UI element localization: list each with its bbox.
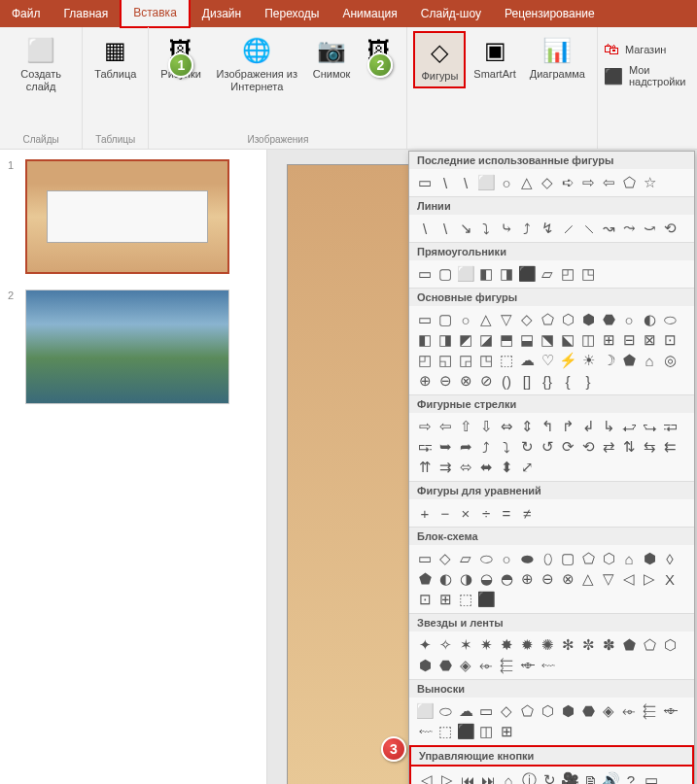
shape-icon[interactable]: ⊘ (476, 371, 496, 391)
shape-icon[interactable]: ⊡ (660, 330, 680, 350)
shape-icon[interactable]: ⤷ (497, 219, 516, 238)
shape-icon[interactable]: ☀ (578, 351, 598, 370)
shape-icon[interactable]: ➥ (436, 437, 455, 457)
shape-icon[interactable]: ⬡ (558, 310, 577, 329)
shape-icon[interactable]: ◳ (578, 264, 598, 284)
shape-icon[interactable]: ⬛ (476, 590, 496, 609)
shape-icon[interactable]: ▭ (476, 701, 496, 721)
shape-icon[interactable]: ⇉ (436, 458, 455, 477)
shape-icon[interactable]: ⇨ (415, 417, 435, 436)
shape-icon[interactable]: ⬯ (538, 549, 557, 568)
menu-insert[interactable]: Вставка (120, 0, 191, 28)
shape-icon[interactable]: ⚡ (558, 351, 577, 370)
menu-slideshow[interactable]: Слайд-шоу (409, 0, 493, 27)
menu-file[interactable]: Файл (0, 0, 52, 27)
shape-icon[interactable]: ⬚ (456, 590, 475, 609)
shape-icon[interactable]: ▱ (456, 549, 475, 568)
shape-icon[interactable]: ◫ (476, 722, 496, 741)
shape-icon[interactable]: ◑ (456, 569, 475, 589)
shape-icon[interactable]: ⬱ (640, 701, 659, 721)
shape-icon[interactable]: ○ (619, 310, 639, 329)
shape-icon[interactable]: ◇ (538, 173, 557, 192)
shape-icon[interactable]: ▭ (415, 264, 435, 284)
shape-icon[interactable]: ⮐ (619, 417, 639, 436)
shape-icon[interactable]: \ (456, 173, 475, 192)
shape-icon[interactable]: ⬭ (660, 310, 680, 329)
shape-icon[interactable]: × (456, 503, 475, 523)
shape-icon[interactable]: ▭ (415, 173, 435, 192)
shape-icon[interactable]: 🗎 (580, 770, 600, 784)
shape-icon[interactable]: ▭ (642, 770, 661, 784)
shape-icon[interactable]: ⬚ (436, 722, 455, 741)
shape-icon[interactable]: ⊞ (599, 330, 618, 350)
shape-icon[interactable]: ⬡ (538, 701, 557, 721)
shape-icon[interactable]: ⬱ (497, 656, 516, 675)
shape-icon[interactable]: ⬜ (476, 173, 496, 192)
shape-icon[interactable]: ⊞ (436, 590, 455, 609)
shape-icon[interactable]: ≠ (517, 503, 537, 523)
shape-icon[interactable]: ◧ (415, 330, 435, 350)
shape-icon[interactable]: ⬡ (599, 549, 618, 568)
shape-icon[interactable]: ⬳ (415, 722, 435, 741)
shape-icon[interactable]: ▽ (497, 310, 516, 329)
shape-icon[interactable]: ✼ (578, 635, 598, 655)
shape-icon[interactable]: ◎ (660, 351, 680, 370)
shape-icon[interactable]: ➪ (558, 173, 577, 192)
shape-icon[interactable]: ▽ (599, 569, 618, 589)
shape-icon[interactable]: ◇ (497, 701, 516, 721)
shape-icon[interactable]: ▱ (538, 264, 557, 284)
shape-icon[interactable]: ⬭ (476, 549, 496, 568)
shape-icon[interactable]: ⇆ (640, 437, 659, 457)
shape-icon[interactable]: ✹ (517, 635, 537, 655)
shape-icon[interactable]: ☁ (456, 701, 475, 721)
pictures-button[interactable]: 🖼 Рисунки 1 (155, 31, 207, 85)
shape-icon[interactable]: ? (621, 770, 641, 784)
shape-icon[interactable]: ⊖ (538, 569, 557, 589)
shape-icon[interactable]: ○ (456, 310, 475, 329)
shape-icon[interactable]: X (660, 569, 680, 589)
shape-icon[interactable]: ⊡ (415, 590, 435, 609)
shape-icon[interactable]: ⇧ (456, 417, 475, 436)
shape-icon[interactable]: ☁ (517, 351, 537, 370)
shape-icon[interactable]: ◁ (417, 770, 436, 784)
shape-icon[interactable]: ⬠ (578, 549, 598, 568)
shape-icon[interactable]: ⟍ (578, 219, 598, 238)
shape-icon[interactable]: ⊕ (517, 569, 537, 589)
shape-icon[interactable]: ✸ (497, 635, 516, 655)
photo-album-button[interactable]: 🖼 2 (358, 31, 401, 72)
shape-icon[interactable]: ⌂ (619, 549, 639, 568)
shape-icon[interactable]: 🎥 (560, 770, 579, 784)
shape-icon[interactable]: ⬲ (660, 701, 680, 721)
shape-icon[interactable]: ⬕ (558, 330, 577, 350)
shape-icon[interactable]: ⬢ (415, 656, 435, 675)
shape-icon[interactable]: ⬢ (578, 310, 598, 329)
shape-icon[interactable]: ⟲ (578, 437, 598, 457)
shape-icon[interactable]: ↯ (538, 219, 557, 238)
shape-icon[interactable]: ↻ (517, 437, 537, 457)
shape-icon[interactable]: ✷ (476, 635, 496, 655)
shape-icon[interactable]: ⬔ (538, 330, 557, 350)
shape-icon[interactable]: ⇈ (415, 458, 435, 477)
shape-icon[interactable]: ⬍ (497, 458, 516, 477)
shape-icon[interactable]: ⟋ (558, 219, 577, 238)
shape-icon[interactable]: ◰ (558, 264, 577, 284)
thumbnail-2[interactable]: 2 (10, 290, 257, 404)
shape-icon[interactable]: ⬄ (456, 458, 475, 477)
shape-icon[interactable]: ↺ (538, 437, 557, 457)
shape-icon[interactable]: ◪ (476, 330, 496, 350)
shape-icon[interactable]: ÷ (476, 503, 496, 523)
shape-icon[interactable]: ⬢ (558, 701, 577, 721)
shape-icon[interactable]: ✦ (415, 635, 435, 655)
shape-icon[interactable]: ◐ (436, 569, 455, 589)
shape-icon[interactable]: ↳ (599, 417, 618, 436)
shape-icon[interactable]: ◈ (599, 701, 618, 721)
table-button[interactable]: ▦ Таблица (88, 31, 142, 85)
shape-icon[interactable]: ◫ (578, 330, 598, 350)
shape-icon[interactable]: ⟳ (558, 437, 577, 457)
shape-icon[interactable]: + (415, 503, 435, 523)
smartart-button[interactable]: ▣ SmartArt (468, 31, 521, 85)
shape-icon[interactable]: ▷ (437, 770, 457, 784)
shape-icon[interactable]: △ (578, 569, 598, 589)
shape-icon[interactable]: ◧ (476, 264, 496, 284)
shape-icon[interactable]: ⬣ (436, 656, 455, 675)
